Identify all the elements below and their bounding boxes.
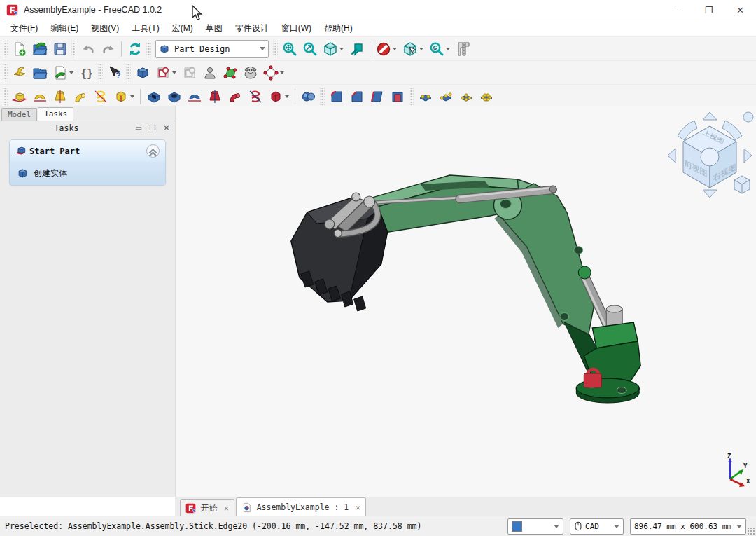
validate-sketch-button[interactable] [200,62,220,83]
render-style-selector[interactable] [507,518,564,535]
additive-helix-button[interactable] [90,86,111,106]
create-datum-button[interactable] [260,62,287,83]
groove-button[interactable] [184,86,204,106]
toolbar-drag-handle[interactable] [3,41,8,57]
toolbar-drag-handle[interactable] [146,41,151,57]
dock-tab-tasks[interactable]: Tasks [38,107,74,121]
multitransform-button[interactable] [476,86,496,106]
create-sketch-button[interactable] [153,62,179,83]
nav-mini-cube[interactable] [734,176,750,193]
nav-arrow-down[interactable] [703,190,717,198]
menu-file[interactable]: 文件(F) [4,21,44,36]
measure-button[interactable] [453,39,473,59]
hole-button[interactable] [164,86,184,106]
toolbar-drag-handle[interactable] [126,64,131,81]
workbench-selector[interactable]: Part Design [155,40,269,58]
maximize-button[interactable]: ❐ [693,0,724,20]
expression-button[interactable]: {} [76,62,97,83]
revolution-icon [32,89,48,104]
additive-loft-button[interactable] [50,86,70,106]
tab-close-icon[interactable]: ✕ [356,503,360,512]
selection-view-button[interactable] [400,39,426,59]
menu-partdesign[interactable]: 零件设计 [229,21,275,36]
align-view-button[interactable] [346,39,367,59]
navigation-cube[interactable]: 上视图 前视图 右视图 [665,111,755,200]
nav-arrow-right[interactable] [744,149,752,163]
toolbar-drag-handle[interactable] [3,88,8,105]
fit-selection-button[interactable] [300,39,320,59]
shape-binder-button[interactable] [240,62,260,83]
tab-close-icon[interactable]: ✕ [224,504,229,513]
subtractive-primitive-button[interactable] [265,86,292,106]
axonometric-view-button[interactable] [320,39,346,59]
redo-icon [101,41,116,57]
shape-binder-icon [243,65,258,81]
fit-all-button[interactable] [279,39,300,59]
menu-view[interactable]: 视图(V) [85,21,125,36]
pocket-button[interactable] [144,86,164,106]
close-button[interactable]: ✕ [724,0,756,20]
new-file-button[interactable] [9,39,29,59]
additive-pipe-button[interactable] [70,86,90,106]
revolution-button[interactable] [29,86,50,106]
window-resize-grip[interactable] [747,527,755,535]
edit-sketch-button[interactable] [179,62,200,83]
mdi-tab-start[interactable]: 开始✕ [180,499,234,516]
subtractive-loft-icon [207,89,223,104]
undo-button[interactable] [78,39,98,59]
open-file-button[interactable] [29,39,50,59]
collapse-chevron-icon[interactable] [146,144,160,158]
toolbar-drag-handle[interactable] [273,41,278,57]
nav-arrow-up[interactable] [703,112,717,120]
view-dimensions-selector[interactable]: 896.47 mm x 600.63 mm [630,518,746,535]
subtractive-helix-button[interactable] [245,86,265,106]
redo-button[interactable] [98,39,118,59]
thickness-button[interactable] [387,86,407,106]
refresh-button[interactable] [125,39,145,59]
draft-button[interactable] [367,86,387,106]
pad-button[interactable] [9,86,29,106]
subtractive-loft-button[interactable] [204,86,225,106]
create-part-button[interactable] [9,62,29,83]
start-part-header[interactable]: Start Part [10,140,165,162]
nav-arrow-left[interactable] [668,149,676,163]
create-solid-task-item[interactable]: 创建实体 [10,162,165,185]
toolbar-drag-handle[interactable] [3,64,8,81]
panel-float-button[interactable]: ▭ [133,123,144,133]
menu-window[interactable]: 窗口(W) [275,21,318,36]
make-link-button[interactable] [50,62,76,83]
fillet-button[interactable] [326,86,346,106]
save-file-button[interactable] [50,39,70,59]
linear-pattern-button[interactable] [435,86,456,106]
panel-restore-button[interactable]: ❐ [147,123,158,133]
create-body-button[interactable] [132,62,153,83]
menu-help[interactable]: 帮助(H) [318,21,359,36]
create-group-button[interactable] [29,62,50,83]
nav-circle-button[interactable] [743,112,753,122]
menu-macro[interactable]: 宏(M) [166,21,200,36]
menu-sketch[interactable]: 草图 [200,21,229,36]
subtractive-pipe-button[interactable] [225,86,245,106]
whats-this-button[interactable]: ? [104,62,125,83]
dock-tab-model[interactable]: Model [1,108,37,121]
panel-close-button[interactable]: ✕ [161,123,172,133]
toolbar-drag-handle[interactable] [98,64,103,81]
polar-pattern-button[interactable] [456,86,476,106]
chamfer-button[interactable] [346,86,367,106]
map-sketch-button[interactable] [220,62,240,83]
boolean-button[interactable] [298,86,318,106]
menu-tools[interactable]: 工具(T) [125,21,165,36]
mirrored-button[interactable] [415,86,435,106]
toolbar-drag-handle[interactable] [409,88,414,105]
cube-corner[interactable] [701,148,719,166]
toolbar-drag-handle[interactable] [71,41,76,57]
menu-edit[interactable]: 编辑(E) [44,21,85,36]
draw-style-button[interactable] [373,39,400,59]
minimize-button[interactable]: – [662,0,693,20]
toolbar-drag-handle[interactable] [320,88,325,105]
additive-primitive-button[interactable] [111,86,137,106]
navigation-style-selector[interactable]: CAD [570,518,624,535]
3d-viewport[interactable]: 上视图 前视图 右视图 Z Y X [176,106,756,497]
mdi-tab-assembly[interactable]: AssemblyExample : 1✕ [236,497,366,516]
zoom-sync-button[interactable] [426,39,453,59]
